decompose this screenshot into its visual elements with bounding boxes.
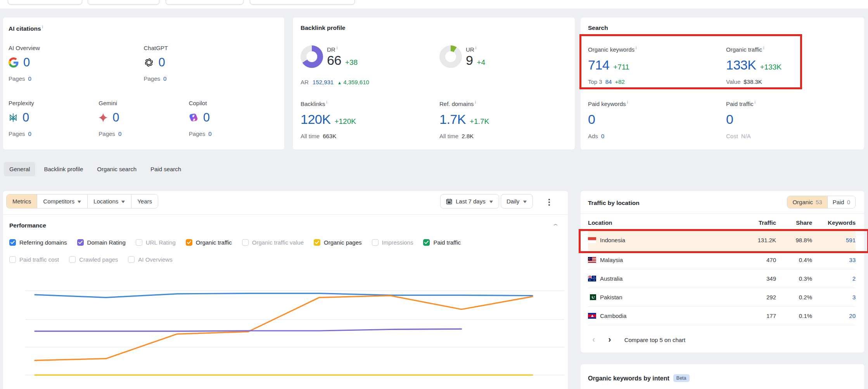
checkbox-label: Crawled pages <box>79 256 118 263</box>
metric-checkbox-url-rating[interactable]: URL Rating <box>136 239 176 246</box>
metric-cell-paid-traffic: Paid traffici0CostN/A <box>726 100 756 139</box>
pages-label: Pages <box>189 130 206 137</box>
location-row-australia[interactable]: Australia3490.3%2 <box>588 269 856 288</box>
keywords-count-link[interactable]: 33 <box>849 257 856 263</box>
metric-value-link[interactable]: 1.7K <box>439 113 466 126</box>
metric-value-link[interactable]: 0 <box>726 113 733 126</box>
keywords-count-link[interactable]: 591 <box>846 237 856 243</box>
ar-change: ▲ 4,359,610 <box>337 79 369 85</box>
share-value: 0.4% <box>776 257 812 263</box>
checkbox-label: Domain Rating <box>87 239 126 246</box>
location-row-malaysia[interactable]: Malaysia4700.4%33 <box>588 251 856 269</box>
google-icon <box>9 57 19 68</box>
metric-label: Backlinks <box>301 101 325 107</box>
metric-checkbox-organic-pages[interactable]: Organic pages <box>314 239 362 246</box>
prev-page-arrow-icon[interactable]: ‹ <box>592 335 595 344</box>
ai-source-label: Gemini <box>99 100 188 106</box>
metric-checkbox-ai-overviews[interactable]: AI Overviews <box>128 256 172 263</box>
date-range-value: Last 7 days <box>456 198 486 205</box>
ai-citation-value: 0 <box>159 56 165 69</box>
metric-sub-value-link[interactable]: 0 <box>601 133 604 139</box>
metric-value-link[interactable]: 133K <box>726 58 756 71</box>
info-icon[interactable]: i <box>636 45 636 50</box>
metric-value-link[interactable]: 0 <box>588 113 595 126</box>
info-icon[interactable]: i <box>627 100 628 104</box>
metric-sub-value: N/A <box>741 133 751 139</box>
flag-icon-id <box>588 237 596 243</box>
info-icon[interactable]: i <box>475 100 475 104</box>
metric-sub-label: Ads <box>588 133 598 139</box>
info-icon[interactable]: i <box>763 45 764 50</box>
ai-citation-value: 0 <box>22 111 29 125</box>
unchecked-checkbox-icon <box>69 256 76 263</box>
metric-checkbox-referring-domains[interactable]: Referring domains <box>9 239 67 246</box>
collapse-chevron-up-icon[interactable]: ⌃ <box>552 223 559 230</box>
more-options-kebab[interactable] <box>546 196 552 208</box>
top-input-1[interactable] <box>8 0 82 5</box>
dr-label: DR <box>327 46 335 53</box>
top-input-2[interactable] <box>88 0 159 5</box>
metric-value-link[interactable]: 714 <box>588 58 609 71</box>
metric-checkbox-organic-traffic-value[interactable]: Organic traffic value <box>242 239 304 246</box>
tab-backlink-profile[interactable]: Backlink profile <box>38 162 88 176</box>
backlink-profile-card: Backlink profile DRi 66 +38 AR 152,931 ▲… <box>293 17 575 149</box>
metric-checkbox-organic-traffic[interactable]: Organic traffic <box>186 239 232 246</box>
keywords-count-link[interactable]: 3 <box>852 294 856 300</box>
traffic-value: 131.2K <box>739 237 776 243</box>
keywords-count-link[interactable]: 20 <box>849 313 856 319</box>
url-rating-metric: URi 9 +4 <box>439 45 485 68</box>
keywords-count-link[interactable]: 2 <box>852 275 856 282</box>
pages-count-link[interactable]: 0 <box>118 130 121 137</box>
location-row-cambodia[interactable]: Cambodia1770.1%20 <box>588 307 856 325</box>
metric-checkbox-crawled-pages[interactable]: Crawled pages <box>69 256 118 263</box>
location-row-pakistan[interactable]: Pakistan2920.2%3 <box>588 288 856 307</box>
checkbox-label: Paid traffic cost <box>19 256 59 263</box>
next-page-arrow-icon[interactable]: › <box>608 335 611 344</box>
metric-checkbox-domain-rating[interactable]: Domain Rating <box>77 239 126 246</box>
top-toolbar-strip <box>0 0 868 9</box>
metric-checkbox-paid-traffic[interactable]: Paid traffic <box>423 239 461 246</box>
location-row-indonesia[interactable]: Indonesia131.2K98.8%591 <box>588 229 856 251</box>
performance-line-chart[interactable] <box>25 276 564 389</box>
metric-value-link[interactable]: 120K <box>301 113 330 126</box>
info-icon[interactable]: i <box>755 100 756 104</box>
ai-citation-item: ChatGPT0Pages0 <box>144 45 279 82</box>
toggle-paid[interactable]: Paid0 <box>828 196 855 208</box>
segment-locations[interactable]: Locations▼ <box>88 194 131 208</box>
beta-badge: Beta <box>673 374 690 382</box>
info-icon[interactable]: i <box>475 45 476 50</box>
metric-checkbox-impressions[interactable]: Impressions <box>372 239 413 246</box>
checked-checkbox-icon <box>423 239 430 246</box>
metric-checkbox-paid-traffic-cost[interactable]: Paid traffic cost <box>9 256 59 263</box>
segment-metrics[interactable]: Metrics <box>7 194 37 208</box>
info-icon[interactable]: i <box>326 100 327 104</box>
granularity-button[interactable]: Daily ▼ <box>501 194 533 208</box>
info-icon[interactable]: i <box>337 45 337 50</box>
pages-count-link[interactable]: 0 <box>28 75 31 82</box>
pages-count-link[interactable]: 0 <box>163 75 166 82</box>
segment-competitors[interactable]: Competitors▼ <box>37 194 88 208</box>
top-input-3[interactable] <box>166 0 244 5</box>
pages-count-link[interactable]: 0 <box>28 130 31 137</box>
toggle-organic[interactable]: Organic53 <box>787 196 827 208</box>
toggle-label: Organic <box>792 199 813 205</box>
info-icon[interactable]: i <box>42 24 43 29</box>
date-range-button[interactable]: Last 7 days ▼ <box>440 194 499 208</box>
granularity-value: Daily <box>507 198 519 205</box>
column-header-keywords: Keywords <box>812 219 856 226</box>
metric-label: Organic keywords <box>588 46 635 53</box>
ar-value-link[interactable]: 152,931 <box>313 79 334 85</box>
metric-sub-value-link[interactable]: 84 <box>605 78 612 85</box>
pages-count-link[interactable]: 0 <box>208 130 211 137</box>
tab-organic-search[interactable]: Organic search <box>92 162 142 176</box>
segment-years[interactable]: Years <box>131 194 158 208</box>
compare-top5-button[interactable]: Compare top 5 on chart <box>624 337 686 343</box>
flag-icon-pk <box>588 294 596 300</box>
ai-source-label: Copilot <box>189 100 279 106</box>
tab-general[interactable]: General <box>4 162 35 176</box>
country-name: Pakistan <box>600 294 622 300</box>
tab-paid-search[interactable]: Paid search <box>145 162 187 176</box>
country-name: Australia <box>600 275 622 282</box>
copilot-icon <box>189 113 199 123</box>
top-input-4[interactable] <box>250 0 355 5</box>
